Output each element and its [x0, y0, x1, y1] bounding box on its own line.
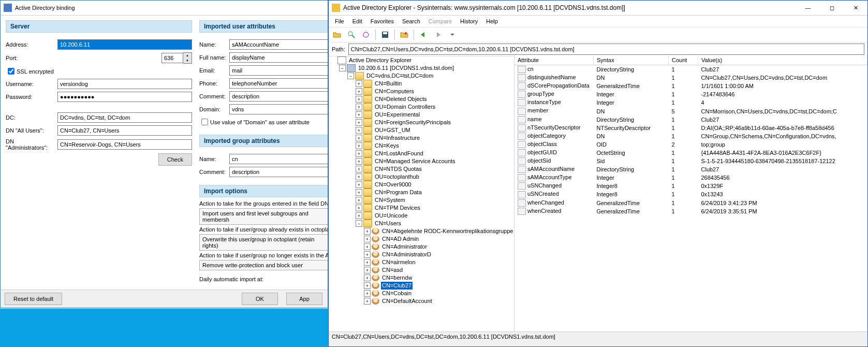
tree-node[interactable]: +CN=Managed Service Accounts: [329, 157, 514, 165]
close-button[interactable]: ✕: [844, 1, 867, 15]
tree-node[interactable]: +CN=Over9000: [329, 181, 514, 189]
tree-node[interactable]: +CN=Deleted Objects: [329, 95, 514, 103]
attr-row[interactable]: objectCategoryDN1CN=Group,CN=Schema,CN=C…: [514, 132, 867, 140]
tree-node[interactable]: −DC=vdns,DC=tst,DC=dom: [329, 72, 514, 80]
port-spinner[interactable]: ▲▼: [183, 52, 192, 64]
opt-groups-select[interactable]: Import users and first level subgroups a…: [199, 208, 328, 225]
col-attribute[interactable]: Attribute: [514, 55, 594, 65]
dn-all-input[interactable]: [57, 125, 192, 136]
tree-node[interactable]: +CN=LostAndFound: [329, 150, 514, 157]
tree-node[interactable]: +CN=Computers: [329, 88, 514, 95]
iga-name-input[interactable]: [229, 154, 328, 164]
tree-node[interactable]: +CN=System: [329, 196, 514, 204]
attr-row[interactable]: whenChangedGeneralizedTime16/24/2019 3:4…: [514, 199, 867, 207]
tree-node[interactable]: +CN=DefaultAccount: [329, 297, 514, 305]
iga-comment-input[interactable]: [229, 167, 328, 177]
save-icon[interactable]: [379, 28, 391, 41]
dc-input[interactable]: [57, 112, 192, 123]
open-icon[interactable]: [331, 28, 343, 41]
address-input[interactable]: [57, 39, 192, 50]
forward-icon[interactable]: [432, 28, 444, 41]
iua-fullname-input[interactable]: [229, 52, 328, 63]
tree-node[interactable]: −CN=Users: [329, 220, 514, 227]
username-input[interactable]: [57, 79, 192, 89]
forward-menu-icon[interactable]: [446, 28, 459, 41]
attr-row[interactable]: nameDirectoryString1Club27: [514, 115, 867, 124]
opt-gone-select[interactable]: Remove write-protection and block user: [199, 260, 328, 270]
tree-node[interactable]: +CN=NTDS Quotas: [329, 165, 514, 173]
tree-node[interactable]: +CN=Infrastructure: [329, 134, 514, 142]
iua-email-input[interactable]: [229, 65, 328, 76]
tree-node[interactable]: +OU=GST_UM: [329, 126, 514, 134]
attr-row[interactable]: memberDN5CN=Morrison,CN=Users,DC=vdns,DC…: [514, 107, 867, 115]
col-count[interactable]: Count: [669, 55, 698, 65]
menu-search[interactable]: Search: [398, 17, 424, 25]
tree-node[interactable]: +CN=ForeignSecurityPrincipals: [329, 119, 514, 126]
tree-node[interactable]: +CN=Administrator: [329, 243, 514, 251]
tree-node[interactable]: +OU=Domain Controllers: [329, 103, 514, 111]
tree-node[interactable]: +CN=AdministratorD: [329, 251, 514, 258]
col-value(s)[interactable]: Value(s): [698, 55, 867, 65]
favorite-icon[interactable]: [398, 28, 410, 41]
attr-row[interactable]: dSCorePropagationDataGeneralizedTime11/1…: [514, 82, 867, 90]
attr-row[interactable]: sAMAccountTypeInteger1268435456: [514, 174, 867, 182]
attribute-list[interactable]: AttributeSyntaxCountValue(s)cnDirectoryS…: [514, 55, 867, 335]
tree-node[interactable]: +CN=airmelon: [329, 258, 514, 266]
password-input[interactable]: [57, 92, 192, 102]
minimize-button[interactable]: —: [796, 1, 820, 15]
tree-node[interactable]: −10.200.6.11 [DCVDNS1.vdns.tst.dom]: [329, 64, 514, 72]
attr-row[interactable]: whenCreatedGeneralizedTime16/24/2019 3:3…: [514, 207, 867, 215]
tree-node[interactable]: +CN=Builtin: [329, 80, 514, 88]
tree-node[interactable]: +CN=berndw: [329, 274, 514, 282]
use-domain-checkbox[interactable]: [201, 119, 208, 125]
refresh-icon[interactable]: [360, 28, 372, 41]
ssl-checkbox[interactable]: [8, 68, 14, 75]
tree-node[interactable]: +CN=Cobain: [329, 290, 514, 297]
col-syntax[interactable]: Syntax: [594, 55, 669, 65]
tree-node[interactable]: +CN=AD Admin: [329, 235, 514, 243]
attr-row[interactable]: objectClassOID2top;group: [514, 140, 867, 149]
menu-favorites[interactable]: Favorites: [366, 17, 398, 25]
attr-row[interactable]: cnDirectoryString1Club27: [514, 65, 867, 74]
tree-node[interactable]: +CN=Keys: [329, 142, 514, 150]
attr-row[interactable]: objectGUIDOctetString1{41A448AB-A431-4F2…: [514, 149, 867, 157]
attr-row[interactable]: distinguishedNameDN1CN=Club27,CN=Users,D…: [514, 74, 867, 82]
maximize-button[interactable]: ◻: [820, 1, 844, 15]
iua-domain-input[interactable]: [229, 104, 328, 114]
tree-pane[interactable]: Active Directory Explorer−10.200.6.11 [D…: [329, 55, 514, 335]
iua-name-input[interactable]: [229, 39, 328, 50]
tree-node[interactable]: +CN=Program Data: [329, 189, 514, 196]
path-input[interactable]: [348, 44, 864, 55]
tree-node[interactable]: Active Directory Explorer: [329, 56, 514, 64]
menu-edit[interactable]: Edit: [348, 17, 366, 25]
attr-row[interactable]: sAMAccountNameDirectoryString1Club27: [514, 165, 867, 174]
attr-row[interactable]: objectSidSid1S-1-5-21-934445180-63847049…: [514, 157, 867, 165]
menu-help[interactable]: Help: [482, 17, 502, 25]
find-icon[interactable]: [345, 28, 358, 41]
reset-button[interactable]: Reset to default: [5, 293, 62, 305]
back-icon[interactable]: [417, 28, 430, 41]
tree-node[interactable]: +OU=octoplanthub: [329, 173, 514, 181]
tree-node[interactable]: +CN=Club27: [329, 282, 514, 290]
port-input[interactable]: [161, 53, 183, 63]
menu-file[interactable]: File: [331, 17, 348, 25]
apply-button[interactable]: App: [286, 293, 322, 305]
opt-exists-select[interactable]: Overwrite this user/group in octoplant (…: [199, 234, 328, 251]
iua-phone-input[interactable]: [229, 78, 328, 89]
menu-history[interactable]: History: [456, 17, 482, 25]
tree-node[interactable]: +OU=Unicode: [329, 212, 514, 220]
ok-button[interactable]: OK: [242, 293, 278, 305]
check-button[interactable]: Check: [158, 153, 192, 166]
tree-node[interactable]: +CN=asd: [329, 266, 514, 274]
iga-header: Imported group attributes: [199, 135, 328, 147]
attr-row[interactable]: nTSecurityDescriptorNTSecurityDescriptor…: [514, 124, 867, 132]
attr-row[interactable]: groupTypeInteger1-2147483646: [514, 90, 867, 98]
attr-row[interactable]: instanceTypeInteger14: [514, 98, 867, 107]
iua-comment-input[interactable]: [229, 91, 328, 102]
tree-node[interactable]: +OU=Experimental: [329, 111, 514, 119]
attr-row[interactable]: uSNChangedInteger810x1329F: [514, 182, 867, 190]
attr-row[interactable]: uSNCreatedInteger810x13243: [514, 190, 867, 198]
tree-node[interactable]: +CN=TPM Devices: [329, 204, 514, 212]
dn-admin-input[interactable]: [57, 139, 192, 150]
tree-node[interactable]: +CN=Abgelehnte RODC-Kennwortreplikations…: [329, 227, 514, 235]
